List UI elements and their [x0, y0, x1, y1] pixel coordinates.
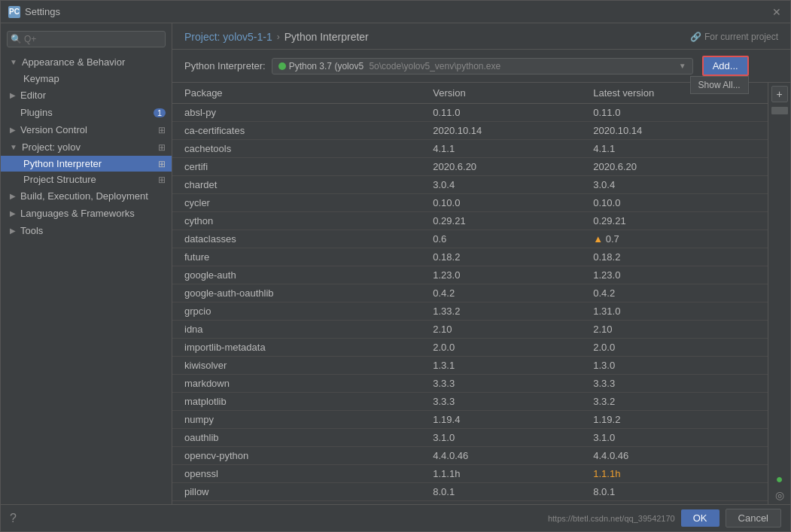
add-package-button[interactable]: +: [771, 86, 788, 102]
green-circle-icon[interactable]: ●: [776, 473, 783, 486]
package-name: cython: [172, 212, 421, 230]
table-row[interactable]: google-auth-oauthlib0.4.20.4.2: [172, 284, 768, 302]
sidebar-item-build-exec[interactable]: ▶ Build, Execution, Deployment: [1, 187, 172, 205]
arrow-icon: ▶: [10, 226, 16, 235]
table-row[interactable]: kiwisolver1.3.11.3.0: [172, 357, 768, 375]
package-name: openssl: [172, 465, 421, 483]
table-row[interactable]: cachetools4.1.14.1.1: [172, 140, 768, 158]
sidebar-item-appearance[interactable]: ▼ Appearance & Behavior: [1, 53, 172, 71]
package-version: 0.18.2: [421, 248, 581, 266]
sidebar-item-keymap[interactable]: Keymap: [1, 71, 172, 87]
table-row[interactable]: openssl1.1.1h1.1.1h: [172, 465, 768, 483]
package-name: chardet: [172, 176, 421, 194]
sidebar-item-project-structure[interactable]: Project Structure ⊞: [1, 172, 172, 187]
table-row[interactable]: oauthlib3.1.03.1.0: [172, 429, 768, 447]
table-row[interactable]: future0.18.20.18.2: [172, 248, 768, 266]
package-latest-version: 0.29.21: [581, 212, 768, 230]
table-row[interactable]: dataclasses0.6▲ 0.7: [172, 230, 768, 248]
breadcrumb-current: Python Interpreter: [284, 31, 369, 43]
package-version: 0.29.21: [421, 212, 581, 230]
title-bar-left: PC Settings: [8, 6, 60, 18]
sidebar-item-tools[interactable]: ▶ Tools: [1, 222, 172, 239]
table-row[interactable]: markdown3.3.33.3.3: [172, 375, 768, 393]
package-latest-version: 1.3.0: [581, 357, 768, 375]
project-struct-icon: ⊞: [158, 175, 166, 185]
table-row[interactable]: numpy1.19.41.19.2: [172, 411, 768, 429]
table-row[interactable]: matplotlib3.3.33.3.2: [172, 393, 768, 411]
package-latest-version: 3.1.0: [581, 429, 768, 447]
help-button[interactable]: ?: [10, 512, 17, 525]
sidebar-item-plugins[interactable]: ▶ Plugins 1: [1, 104, 172, 121]
col-package[interactable]: Package: [172, 83, 421, 104]
main-content: 🔍 ▼ Appearance & Behavior Keymap ▶ Edito…: [1, 23, 790, 504]
sidebar-item-label: Keymap: [23, 73, 59, 84]
package-name: pip: [172, 501, 421, 505]
table-row[interactable]: pillow8.0.18.0.1: [172, 483, 768, 501]
package-latest-version: 0.18.2: [581, 248, 768, 266]
close-button[interactable]: ✕: [771, 6, 783, 18]
package-version: 2020.10.14: [421, 122, 581, 140]
cancel-button[interactable]: Cancel: [726, 509, 781, 527]
sidebar: 🔍 ▼ Appearance & Behavior Keymap ▶ Edito…: [1, 23, 172, 504]
chevron-down-icon: ▼: [679, 62, 686, 70]
table-row[interactable]: idna2.102.10: [172, 321, 768, 339]
package-name: grpcio: [172, 302, 421, 321]
table-row[interactable]: chardet3.0.43.0.4: [172, 176, 768, 194]
search-box[interactable]: 🔍: [7, 31, 166, 47]
package-latest-version: 3.0.4: [581, 176, 768, 194]
package-version: 1.3.1: [421, 357, 581, 375]
package-latest-version: 2.0.0: [581, 339, 768, 357]
package-version: 0.10.0: [421, 194, 581, 212]
sidebar-item-label: Project Structure: [23, 174, 96, 185]
sidebar-item-version-control[interactable]: ▶ Version Control ⊞: [1, 121, 172, 138]
table-row[interactable]: cycler0.10.00.10.0: [172, 194, 768, 212]
title-controls: ✕: [771, 6, 783, 18]
col-version[interactable]: Version: [421, 83, 581, 104]
sidebar-item-label: Version Control: [20, 124, 87, 135]
interpreter-status-dot: [278, 62, 286, 70]
table-row[interactable]: pip20.2.420.2.4: [172, 501, 768, 505]
table-header-row: Package Version Latest version: [172, 83, 768, 104]
eye-icon[interactable]: ◎: [775, 489, 784, 501]
sidebar-item-editor[interactable]: ▶ Editor: [1, 87, 172, 104]
interpreter-path: 5o\code\yolov5_venv\python.exe: [369, 61, 500, 71]
package-name: future: [172, 248, 421, 266]
ok-button[interactable]: OK: [681, 509, 720, 527]
app-icon: PC: [8, 6, 20, 18]
sidebar-item-label: Appearance & Behavior: [22, 56, 125, 68]
package-name: kiwisolver: [172, 357, 421, 375]
package-area: Package Version Latest version absl-py0.…: [172, 83, 790, 504]
table-row[interactable]: absl-py0.11.00.11.0: [172, 104, 768, 122]
version-control-icon: ⊞: [158, 125, 166, 135]
table-row[interactable]: google-auth1.23.01.23.0: [172, 266, 768, 284]
table-row[interactable]: importlib-metadata2.0.02.0.0: [172, 339, 768, 357]
sidebar-item-label: Editor: [20, 90, 46, 101]
sidebar-item-languages[interactable]: ▶ Languages & Frameworks: [1, 205, 172, 222]
arrow-icon: ▼: [10, 143, 17, 151]
breadcrumb-project: Project: yolov5-1-1: [184, 31, 272, 43]
breadcrumb-separator: ›: [277, 32, 280, 42]
show-all-button[interactable]: Show All...: [690, 76, 749, 94]
table-row[interactable]: opencv-python4.4.0.464.4.0.46: [172, 447, 768, 465]
package-version: 1.1.1h: [421, 465, 581, 483]
footer-url: https://btetl.csdn.net/qq_39542170: [548, 514, 675, 523]
search-input[interactable]: [7, 31, 166, 47]
sidebar-item-python-interpreter[interactable]: Python Interpreter ⊞: [1, 156, 172, 172]
package-name: matplotlib: [172, 393, 421, 411]
right-actions: + ● ◎: [768, 83, 790, 504]
table-row[interactable]: ca-certificates2020.10.142020.10.14: [172, 122, 768, 140]
package-name: opencv-python: [172, 447, 421, 465]
add-interpreter-button[interactable]: Add...: [702, 56, 749, 76]
package-latest-version: 8.0.1: [581, 483, 768, 501]
search-icon: 🔍: [11, 34, 22, 44]
table-row[interactable]: certifi2020.6.202020.6.20: [172, 158, 768, 176]
table-container[interactable]: Package Version Latest version absl-py0.…: [172, 83, 768, 504]
footer: ? https://btetl.csdn.net/qq_39542170 OK …: [1, 504, 790, 531]
main-panel: Project: yolov5-1-1 › Python Interpreter…: [172, 23, 790, 504]
package-version: 1.23.0: [421, 266, 581, 284]
sidebar-item-project-yolov[interactable]: ▼ Project: yolov ⊞: [1, 138, 172, 156]
table-row[interactable]: grpcio1.33.21.31.0: [172, 302, 768, 321]
table-row[interactable]: cython0.29.210.29.21: [172, 212, 768, 230]
interpreter-selector[interactable]: Python 3.7 (yolov5 5o\code\yolov5_venv\p…: [272, 58, 693, 74]
sidebar-item-label: Build, Execution, Deployment: [20, 190, 148, 202]
